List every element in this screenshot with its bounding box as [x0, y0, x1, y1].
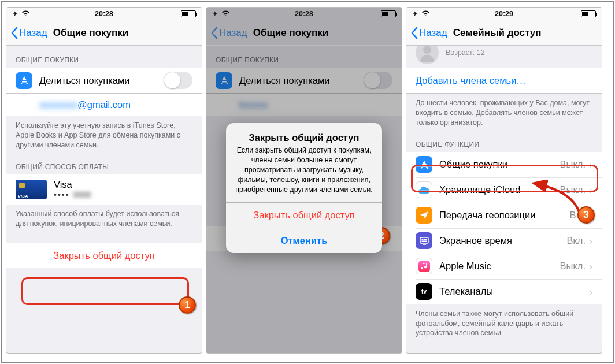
apple-music-icon [416, 258, 432, 274]
svg-rect-2 [424, 239, 427, 240]
screenshot-3: ✈ 20:29 Назад Семейный доступ Возраст: 1… [406, 7, 602, 354]
apple-id-row[interactable]: xxxxxxxx@gmail.com [6, 93, 202, 116]
svg-rect-3 [421, 240, 427, 242]
chevron-right-icon: › [589, 236, 592, 246]
location-icon [416, 207, 432, 224]
appstore-icon [216, 72, 232, 89]
status-time: 20:28 [95, 10, 113, 18]
alert-cancel-button[interactable]: Отменить [226, 228, 382, 253]
email-local-blurred: xxxxxxxx [39, 99, 77, 110]
page-title: Общие покупки [253, 27, 329, 39]
nav-bar: Назад Общие покупки [6, 20, 202, 46]
wifi-icon [21, 10, 30, 18]
section-header-shared-features: ОБЩИЕ ФУНКЦИИ [406, 130, 602, 152]
section-header-payment: ОБЩИЙ СПОСОБ ОПЛАТЫ [6, 153, 202, 174]
airplane-icon: ✈ [412, 10, 418, 18]
alert-message: Если закрыть общий доступ к покупкам, чл… [226, 146, 382, 202]
feature-value: Вкл. [566, 235, 586, 246]
alert-title: Закрыть общий доступ [226, 123, 382, 146]
step-badge-1: 1 [179, 296, 196, 314]
feature-row-screentime[interactable]: Экранное времяВкл.› [406, 228, 602, 254]
battery-icon [581, 10, 596, 17]
feature-row-music[interactable]: Apple MusicВыкл.› [406, 254, 602, 279]
wifi-icon [421, 10, 430, 18]
svg-rect-0 [420, 237, 428, 243]
status-bar: ✈ 20:28 [6, 8, 202, 20]
member-age: Возраст: 12 [446, 49, 485, 57]
feature-value: Выкл. [560, 184, 586, 195]
chevron-right-icon: › [589, 287, 592, 297]
back-button[interactable]: Назад [211, 27, 247, 39]
battery-icon [381, 10, 396, 17]
chevron-right-icon: › [589, 185, 592, 195]
appstore-icon [16, 72, 32, 89]
highlight-1 [21, 277, 189, 305]
icloud-icon [416, 181, 432, 198]
nav-bar: Назад Общие покупки [206, 20, 402, 46]
screenshot-1: ✈ 20:28 Назад Общие покупки ОБЩИЕ ПОКУПК… [6, 7, 202, 354]
features-footer: Члены семьи также могут использовать общ… [406, 304, 602, 350]
chevron-right-icon: › [589, 261, 592, 272]
share-purchases-toggle[interactable] [164, 72, 192, 89]
screentime-icon [416, 232, 432, 249]
chevron-left-icon [211, 27, 218, 39]
status-bar: ✈ 20:28 [206, 8, 402, 20]
status-time: 20:28 [295, 10, 313, 18]
page-title: Общие покупки [53, 27, 129, 39]
step-badge-3: 3 [577, 206, 595, 224]
airplane-icon: ✈ [212, 10, 218, 18]
svg-rect-1 [421, 239, 423, 240]
wifi-icon [221, 10, 230, 18]
section-footer-1: Используйте эту учетную запись в iTunes … [6, 116, 202, 153]
appstore-icon [416, 156, 432, 173]
share-purchases-row: Делиться покупками [206, 68, 402, 93]
feature-label: Общие покупки [439, 159, 560, 170]
page-title: Семейный доступ [453, 27, 542, 39]
status-bar: ✈ 20:29 [406, 8, 602, 20]
feature-row-icloud[interactable]: Хранилище iCloudВыкл.› [406, 177, 602, 203]
share-purchases-row[interactable]: Делиться покупками [6, 68, 202, 93]
confirm-alert: Закрыть общий доступ Если закрыть общий … [226, 123, 382, 253]
section-header-purchases: ОБЩИЕ ПОКУПКИ [206, 46, 402, 68]
section-footer-2: Указанный способ оплаты будет использова… [6, 205, 202, 231]
feature-row-tv[interactable]: tvТелеканалы› [406, 279, 602, 304]
family-footer: До шести человек, проживающих у Вас дома… [406, 94, 602, 130]
feature-label: Хранилище iCloud [439, 184, 560, 195]
share-purchases-label: Делиться покупками [39, 75, 164, 86]
visa-card-icon: VISA [16, 180, 47, 199]
battery-icon [181, 10, 196, 17]
chevron-left-icon [411, 27, 418, 39]
card-brand: Visa [54, 179, 91, 190]
alert-confirm-button[interactable]: Закрыть общий доступ [226, 202, 382, 228]
back-button[interactable]: Назад [11, 27, 47, 39]
section-header-purchases: ОБЩИЕ ПОКУПКИ [6, 46, 202, 68]
add-family-member-button[interactable]: Добавить члена семьи… [406, 68, 602, 94]
feature-value: Выкл. [560, 261, 586, 272]
back-button[interactable]: Назад [411, 27, 447, 39]
payment-method-row[interactable]: VISA Visa •••• 0000 [6, 174, 202, 205]
nav-bar: Назад Семейный доступ [406, 20, 602, 46]
apple-tv-icon: tv [416, 283, 432, 300]
feature-row-location[interactable]: Передача геопозицииВ…› [406, 203, 602, 228]
status-time: 20:29 [495, 10, 513, 18]
chevron-left-icon [11, 27, 18, 39]
airplane-icon: ✈ [12, 10, 18, 18]
feature-label: Apple Music [439, 261, 560, 272]
feature-label: Экранное время [439, 235, 566, 246]
feature-label: Передача геопозиции [439, 210, 569, 221]
share-purchases-toggle [364, 72, 392, 89]
screenshot-2: ✈ 20:28 Назад Общие покупки ОБЩИЕ ПОКУПК… [206, 7, 402, 354]
svg-rect-4 [418, 261, 430, 272]
apple-id-row: kxxxxx [206, 93, 402, 116]
feature-label: Телеканалы [439, 286, 586, 297]
feature-row-appstore[interactable]: Общие покупкиВыкл.› [406, 152, 602, 177]
chevron-right-icon: › [589, 159, 592, 170]
feature-value: Выкл. [560, 159, 586, 170]
stop-sharing-button[interactable]: Закрыть общий доступ [6, 243, 202, 268]
